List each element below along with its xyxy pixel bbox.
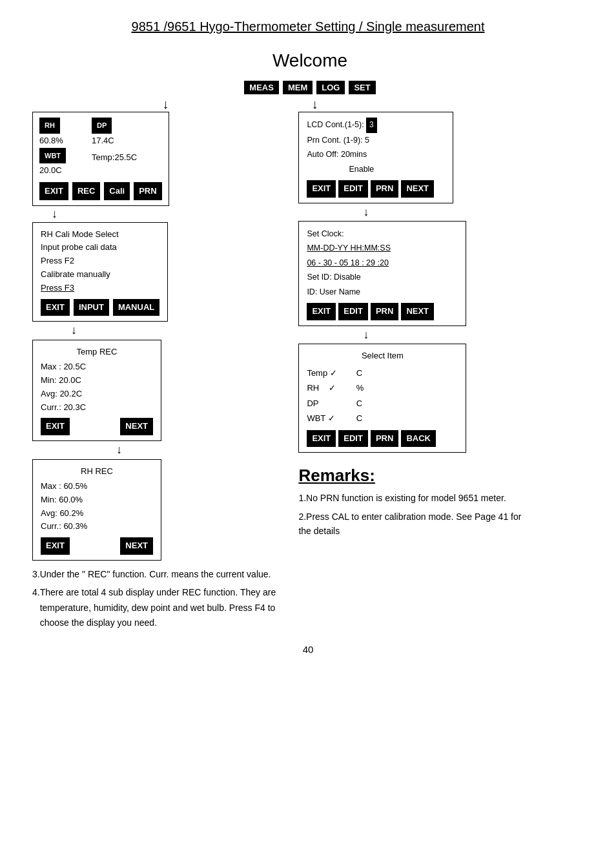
cali-line5: Press F3 (41, 282, 159, 295)
meas-screen-box: RH 60.8% WBT 20.0C DP 17.4C Temp:25.5C E… (32, 112, 169, 206)
edit-button-set2[interactable]: EDIT (338, 303, 368, 320)
exit-button-set2[interactable]: EXIT (307, 303, 336, 320)
set-screen1: LCD Cont.(1-5): 3 Prn Cont. (1-9): 5 Aut… (298, 112, 453, 203)
next-button-set2[interactable]: NEXT (401, 303, 434, 320)
note4: 4.There are total 4 sub display under RE… (32, 585, 590, 631)
arrow-rh-rec-down: ↓ (116, 443, 122, 456)
edit-button-set1[interactable]: EDIT (338, 180, 368, 198)
lcd2-line4: Set ID: Disable (307, 270, 458, 285)
exit-button-rh-rec[interactable]: EXIT (41, 537, 70, 555)
arrow-set1-down: ↓ (363, 205, 369, 218)
cali-button[interactable]: Cali (104, 182, 130, 200)
temp-rec-screen: Temp REC Max : 20.5C Min: 20.0C Avg: 20.… (32, 340, 161, 441)
prn-button-set1[interactable]: PRN (371, 180, 398, 198)
prn-button-set2[interactable]: PRN (371, 303, 398, 320)
select-dp-unit: C (356, 396, 364, 411)
select-item-title: Select Item (307, 349, 458, 363)
rec-button[interactable]: REC (72, 182, 100, 200)
rh-value: 60.8% (39, 134, 66, 148)
exit-button-cali[interactable]: EXIT (41, 299, 70, 316)
cali-line1: RH Cali Mode Select (41, 228, 159, 242)
rh-rec-screen: RH REC Max : 60.5% Min: 60.0% Avg: 60.2%… (32, 459, 161, 561)
back-button-select[interactable]: BACK (401, 430, 436, 448)
next-button-temp-rec[interactable]: NEXT (120, 418, 153, 435)
meas-button[interactable]: MEAS (244, 81, 279, 94)
set-button[interactable]: SET (349, 81, 375, 94)
arrow-set-down: ↓ (311, 97, 318, 112)
note3: 3.Under the " REC" function. Curr. means… (32, 567, 590, 583)
manual-button[interactable]: MANUAL (113, 299, 159, 316)
rh-label: RH (39, 118, 60, 134)
rh-rec-min: Min: 60.0% (41, 493, 153, 507)
remarks-title: Remarks: (298, 466, 524, 486)
lcd2-line1: Set Clock: (307, 227, 458, 242)
cali-line4: Calibrate manually (41, 268, 159, 282)
notes-section: 3.Under the " REC" function. Curr. means… (26, 567, 590, 631)
edit-button-select[interactable]: EDIT (338, 430, 368, 448)
page-number: 40 (26, 644, 590, 655)
dp-label: DP (92, 118, 112, 134)
rh-rec-avg: Avg: 60.2% (41, 507, 153, 521)
welcome-text: Welcome (272, 50, 347, 71)
exit-button-select[interactable]: EXIT (307, 430, 336, 448)
temp-value: Temp:25.5C (92, 150, 137, 165)
prn-button-select[interactable]: PRN (371, 430, 398, 448)
temp-rec-avg: Avg: 20.2C (41, 388, 153, 401)
set-screen2: Set Clock: MM-DD-YY HH:MM:SS 06 - 30 - 0… (298, 221, 466, 326)
lcd2-line5: ID: User Name (307, 285, 458, 300)
remark2: 2.Press CAL to enter calibration mode. S… (298, 510, 524, 539)
lcd2-line3: 06 - 30 - 05 18 : 29 :20 (307, 256, 458, 271)
next-button-rh-rec[interactable]: NEXT (120, 537, 153, 555)
temp-rec-max: Max : 20.5C (41, 360, 153, 374)
arrow-rec-down: ↓ (71, 324, 77, 336)
lcd1-line1: LCD Cont.(1-5): 3 (307, 118, 445, 133)
cali-screen-box: RH Cali Mode Select Input probe cali dat… (32, 222, 168, 322)
prn-button-meas[interactable]: PRN (134, 182, 161, 200)
exit-button-temp-rec[interactable]: EXIT (41, 418, 70, 435)
wbt-value: 20.0C (39, 163, 66, 178)
arrow-cali-down: ↓ (52, 207, 57, 220)
select-wbt: WBT ✓ (307, 411, 336, 426)
log-button[interactable]: LOG (316, 81, 345, 94)
select-rh-unit: % (356, 380, 364, 395)
input-button[interactable]: INPUT (74, 299, 109, 316)
temp-rec-min: Min: 20.0C (41, 374, 153, 388)
temp-rec-curr: Curr.: 20.3C (41, 401, 153, 415)
arrow-set2-down: ↓ (363, 328, 369, 341)
select-item-screen: Select Item Temp ✓ RH ✓ DP WBT ✓ C % C C (298, 344, 466, 453)
lcd2-line2: MM-DD-YY HH:MM:SS (307, 241, 458, 256)
rh-rec-curr: Curr.: 60.3% (41, 520, 153, 533)
page-title: 9851 /9651 Hygo-Thermometer Setting / Si… (26, 19, 590, 34)
mem-button[interactable]: MEM (283, 81, 313, 94)
lcd1-line2: Prn Cont. (1-9): 5 (307, 133, 445, 148)
exit-button-meas[interactable]: EXIT (39, 182, 68, 200)
temp-rec-title: Temp REC (41, 346, 153, 359)
select-wbt-unit: C (356, 411, 364, 426)
select-temp-unit: C (356, 366, 364, 380)
lcd1-line4: Enable (307, 162, 445, 177)
cali-line3: Press F2 (41, 254, 159, 268)
exit-button-set1[interactable]: EXIT (307, 180, 336, 198)
rh-rec-max: Max : 60.5% (41, 480, 153, 493)
diagram: Welcome MEAS MEM LOG SET ↓ ↓ (26, 50, 594, 561)
rh-rec-title: RH REC (41, 465, 153, 479)
select-dp: DP (307, 396, 336, 411)
cali-line2: Input probe cali data (41, 241, 159, 254)
wbt-label: WBT (39, 148, 66, 164)
select-rh: RH ✓ (307, 380, 336, 395)
next-button-set1[interactable]: NEXT (401, 180, 434, 198)
lcd1-line3: Auto Off: 20mins (307, 147, 445, 162)
arrow-meas-down: ↓ (162, 97, 169, 112)
select-temp: Temp ✓ (307, 366, 336, 380)
dp-value: 17.4C (92, 134, 137, 148)
remark1: 1.No PRN function is existing for model … (298, 491, 524, 505)
